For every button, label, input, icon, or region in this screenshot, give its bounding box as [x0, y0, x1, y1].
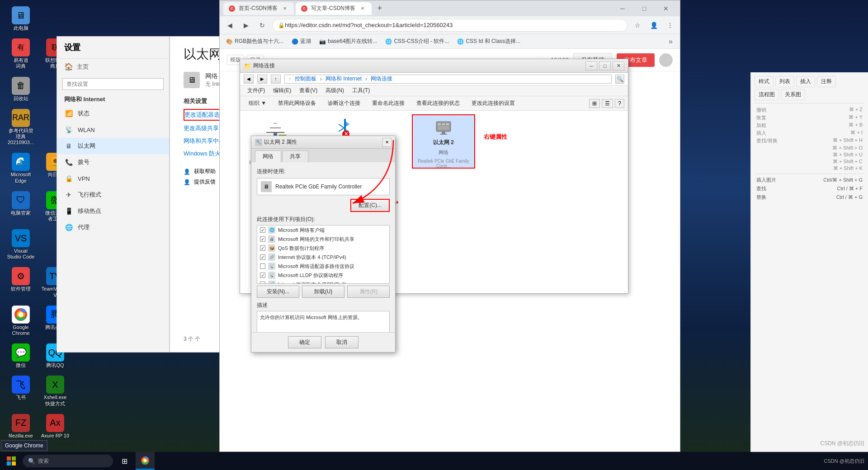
net-win-close[interactable]: ✕ [613, 61, 624, 70]
addr-part1[interactable]: 控制面板 [295, 75, 316, 83]
install-btn[interactable]: 安装(N)... [257, 286, 299, 298]
taskbar-chrome-item[interactable] [136, 452, 155, 470]
comp1-check[interactable] [260, 227, 265, 233]
comp7-check[interactable] [260, 282, 265, 284]
comp6-check[interactable] [260, 273, 265, 278]
desktop-icon-dict[interactable]: 有 易有道词典 [5, 37, 37, 71]
comp-4[interactable]: 🔗 Internet 协议版本 4 (TCP/IPv4) [257, 253, 389, 262]
comp-5[interactable]: 📡 Microsoft 网络适配器多路传送协议 [257, 262, 389, 271]
desktop-icon-pcmgr[interactable]: 🛡 电脑管家 [5, 189, 37, 224]
bookmarks-btn[interactable]: ☆ [631, 19, 644, 32]
comp-7[interactable]: 🔗 Internet 协议版本 6 (TCP/IPv6) [257, 280, 389, 284]
help-btn[interactable]: ? [615, 99, 624, 108]
minimize-btn[interactable]: ─ [612, 2, 633, 15]
view-icon-btn[interactable]: ⊞ [589, 99, 600, 108]
net-up-btn[interactable]: ↑ [271, 75, 281, 84]
net-back-btn[interactable]: ◀ [244, 75, 254, 84]
menu-tools[interactable]: 工具(T) [349, 86, 373, 95]
profile-btn[interactable]: 👤 [647, 19, 660, 32]
menu-file[interactable]: 文件(F) [244, 86, 269, 95]
properties-detail-btn[interactable]: 属性(R) [347, 286, 390, 298]
desktop-icon-filezilla[interactable]: FZ filezilla.exe [5, 412, 37, 441]
toolbar-diagnose[interactable]: 诊断这个连接 [323, 98, 365, 108]
configure-btn[interactable]: 配置(C)... [350, 199, 390, 212]
start-btn[interactable] [0, 452, 23, 470]
addr-part2[interactable]: 网络和 Internet [326, 75, 362, 83]
settings-item-dial[interactable]: 📞 拨号 [57, 154, 169, 170]
settings-item-ethernet[interactable]: 🖥 以太网 [57, 138, 169, 154]
desktop-icon-chrome[interactable]: Google Chrome [5, 304, 37, 338]
settings-item-proxy[interactable]: 🌐 代理 [57, 219, 169, 235]
desktop-icon-recycle[interactable]: 🗑 回收站 [5, 75, 37, 103]
chrome-tab-2[interactable]: C 写文章-CSDN博客 ✕ [296, 2, 372, 15]
desktop-icon-vscode[interactable]: VS VisualStudio Code [5, 227, 37, 262]
maximize-btn[interactable]: □ [634, 2, 655, 15]
comp5-check[interactable] [260, 263, 265, 269]
comp3-check[interactable] [260, 245, 265, 251]
new-tab-btn[interactable]: + [373, 2, 386, 15]
net-win-minimize[interactable]: ─ [585, 61, 597, 70]
menu-advanced[interactable]: 高级(N) [322, 86, 348, 95]
comp4-check[interactable] [260, 254, 265, 260]
bookmark-2[interactable]: 🔵 蓝湖 [289, 37, 314, 46]
close-btn[interactable]: ✕ [656, 2, 676, 15]
tool-style[interactable]: 样式 [755, 76, 774, 87]
comp2-check[interactable] [260, 236, 265, 242]
desktop-icon-edge[interactable]: 🌊 MicrosoftEdge [5, 151, 37, 185]
toolbar-organize[interactable]: 组织 ▼ [244, 98, 271, 108]
tool-list[interactable]: 列表 [775, 76, 794, 87]
settings-item-status[interactable]: 📶 状态 [57, 105, 169, 122]
settings-item-airplane[interactable]: ✈ 飞行模式 [57, 187, 169, 203]
tool-insert[interactable]: 插入 [796, 76, 815, 87]
addr-part3[interactable]: 网络连接 [371, 75, 392, 83]
comp-2[interactable]: 🖨 Microsoft 网络的文件和打印机共享 [257, 235, 389, 244]
tab-network[interactable]: 网络 [255, 150, 281, 162]
tab-share[interactable]: 共享 [282, 150, 308, 162]
bookmark-3[interactable]: 📷 base64图片在线转... [316, 37, 380, 46]
settings-item-hotspot[interactable]: 📱 移动热点 [57, 203, 169, 219]
tool-comment[interactable]: 注释 [817, 76, 836, 87]
bookmark-5[interactable]: 🌐 CSS Id 和 Class选择... [454, 37, 523, 46]
chrome-tab-1[interactable]: C 首页-CSDN博客 ✕ [223, 2, 294, 15]
net-forward-btn[interactable]: ▶ [257, 75, 267, 84]
view-list-btn[interactable]: ☰ [602, 99, 613, 108]
comp-3[interactable]: 📦 QoS 数据包计划程序 [257, 244, 389, 253]
bookmark-4[interactable]: 🌐 CSS-CSS介绍 - 软件... [382, 37, 452, 46]
tab2-close[interactable]: ✕ [359, 5, 366, 12]
task-view-btn[interactable]: ⊞ [113, 452, 136, 470]
menu-view[interactable]: 查看(V) [296, 86, 321, 95]
toolbar-rename[interactable]: 重命名此连接 [367, 98, 410, 108]
desktop-icon-wechat[interactable]: 💬 微信 [5, 342, 37, 370]
cancel-btn[interactable]: 取消 [325, 336, 359, 348]
back-btn[interactable]: ◀ [223, 19, 236, 32]
desktop-icon-code-mgr[interactable]: RAR 参考代码管理典20210903... [5, 107, 37, 148]
net-win-maximize[interactable]: □ [599, 61, 611, 70]
bookmark-1[interactable]: 🎨 RGB颜色值与十六... [223, 37, 286, 46]
bookmarks-more[interactable]: » [665, 38, 676, 46]
toolbar-disable[interactable]: 禁用此网络设备 [273, 98, 321, 108]
user-avatar[interactable] [659, 53, 673, 67]
comp-1[interactable]: 🌐 Microsoft 网络客户端 [257, 226, 389, 235]
uninstall-btn[interactable]: 卸载(U) [302, 286, 344, 298]
desktop-icon-softmgr[interactable]: ⚙ 软件管理 [5, 265, 37, 300]
settings-item-vpn[interactable]: 🔒 VPN [57, 170, 169, 187]
adapter-ethernet2[interactable]: 以太网 2 网络 Realtek PCle GbE Family Contr..… [412, 114, 475, 169]
settings-search-input[interactable] [62, 78, 164, 90]
dialog-close[interactable]: ✕ [382, 138, 392, 147]
refresh-btn[interactable]: ↻ [256, 19, 269, 32]
toolbar-change[interactable]: 更改此连接的设置 [467, 98, 520, 108]
menu-btn[interactable]: ⋮ [664, 19, 676, 32]
desktop-icon-feishu[interactable]: 飞 飞书 [5, 374, 37, 408]
net-search-btn[interactable]: 🔍 [615, 75, 624, 84]
desktop-icon-axure[interactable]: Ax Axure RP 10 [39, 412, 71, 441]
settings-nav[interactable]: 🏠 主页 [57, 59, 169, 75]
tab1-close[interactable]: ✕ [281, 5, 288, 12]
tool-flowchart[interactable]: 流程图 [755, 89, 779, 100]
settings-item-wlan[interactable]: 📡 WLAN [57, 122, 169, 138]
menu-edit[interactable]: 编辑(E) [269, 86, 295, 95]
address-bar[interactable]: 🔒 https://editor.csdn.net/md?not_checkou… [272, 19, 627, 32]
taskbar-search[interactable]: 🔍 搜索 [23, 455, 113, 467]
desktop-icon-computer[interactable]: 🖥 此电脑 [5, 5, 37, 33]
toolbar-status[interactable]: 查看此连接的状态 [411, 98, 465, 108]
desktop-icon-xshell[interactable]: X Xshell.exe快捷方式 [39, 374, 71, 408]
